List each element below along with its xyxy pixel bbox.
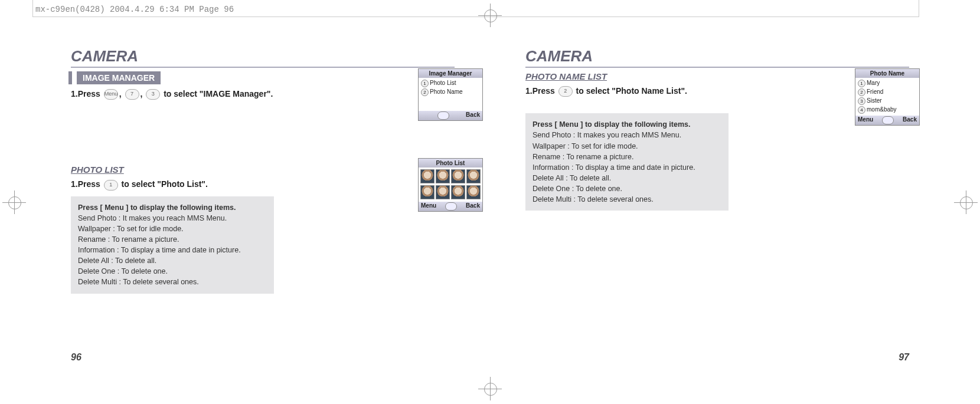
step-2-pre: 1.Press <box>71 179 100 189</box>
info-box-right: Press [ Menu ] to display the following … <box>525 113 729 211</box>
list-item: 4mom&baby <box>858 106 917 114</box>
info-line: Delete One : To delete one. <box>78 266 267 277</box>
section-bar: IMAGE MANAGER <box>71 71 161 84</box>
photo-thumbnail <box>436 169 450 183</box>
photo-thumbnail <box>466 185 481 199</box>
info-line: Delete All : To delete all. <box>78 255 267 266</box>
menu-key-icon: Menu <box>559 120 579 129</box>
key-7-icon: 7 <box>125 89 139 100</box>
list-label: Mary <box>867 80 880 86</box>
list-item: 1Photo List <box>421 79 480 88</box>
info-head-post: ] to display the following items. <box>580 120 690 129</box>
list-label: Sister <box>867 97 882 104</box>
list-index: 3 <box>858 97 865 105</box>
step-2-post: to select "Photo List". <box>122 179 208 189</box>
photo-thumbnail <box>466 169 481 183</box>
phone-screen-title: Photo List <box>419 159 482 167</box>
list-index: 2 <box>421 88 429 96</box>
info-head-pre: Press [ <box>533 120 557 129</box>
list-label: mom&baby <box>867 106 897 113</box>
info-line: Send Photo : It makes you reach MMS Menu… <box>533 130 721 140</box>
list-label: Friend <box>867 88 883 95</box>
info-line: Delete One : To delete one. <box>533 183 721 194</box>
header-info: mx-c99en(0428) 2004.4.29 6:34 PM Page 96 <box>35 5 234 14</box>
nav-icon <box>445 202 457 211</box>
info-box-head: Press [ Menu ] to display the following … <box>78 202 267 213</box>
list-index: 2 <box>858 88 865 96</box>
info-line: Send Photo : It makes you reach MMS Menu… <box>78 213 267 224</box>
step-1-pre: 1.Press <box>71 89 100 98</box>
photo-thumbnail <box>451 169 465 183</box>
step-1: 1.Press Menu, 7, 3 to select "IMAGE Mana… <box>71 89 455 100</box>
info-line: Wallpaper : To set for idle mode. <box>533 141 721 152</box>
info-box-left: Press [ Menu ] to display the following … <box>71 196 274 294</box>
photo-thumbnail <box>436 185 450 199</box>
softkey-left: Menu <box>421 202 436 211</box>
photo-thumbnail <box>420 185 435 199</box>
softkey-right: Back <box>903 116 917 124</box>
step-1-post: to select "Photo Name List". <box>576 86 687 96</box>
page-right: CAMERA PHOTO NAME LIST 1.Press 2 to sele… <box>490 41 927 363</box>
list-index: 4 <box>858 106 865 114</box>
info-box-head: Press [ Menu ] to display the following … <box>533 119 721 130</box>
list-index: 1 <box>858 80 865 87</box>
list-item: 2Friend <box>858 88 917 97</box>
sub-section-photo-list: PHOTO LIST <box>71 165 455 175</box>
info-line: Rename : To rename a picture. <box>533 152 721 162</box>
chapter-title: CAMERA <box>525 47 909 68</box>
sub-section-photo-name-list: PHOTO NAME LIST <box>525 71 909 81</box>
list-label: Photo Name <box>430 88 463 95</box>
menu-key-icon: Menu <box>104 89 118 100</box>
info-head-post: ] to display the following items. <box>126 203 236 212</box>
menu-key-icon: Menu <box>104 203 124 212</box>
chapter-title: CAMERA <box>71 47 455 68</box>
info-line: Delete All : To delete all. <box>533 173 721 183</box>
info-line: Information : To display a time and date… <box>533 162 721 173</box>
registration-mark-top <box>482 7 498 24</box>
info-line: Delete Multi : To delete several ones. <box>78 277 267 287</box>
info-line: Wallpaper : To set for idle mode. <box>78 224 267 234</box>
step-1: 1.Press 2 to select "Photo Name List". <box>525 86 909 97</box>
phone-screen-image-manager: Image Manager 1Photo List 2Photo Name Ba… <box>418 68 483 121</box>
softkey-right: Back <box>466 111 480 120</box>
registration-mark-right <box>958 194 974 211</box>
page-number: 97 <box>899 352 909 363</box>
key-2-icon: 2 <box>558 86 573 97</box>
sep: , <box>141 89 143 98</box>
phone-screen-photo-list: Photo List Menu Back <box>418 158 483 212</box>
registration-mark-bottom <box>482 380 498 397</box>
sep: , <box>119 89 122 98</box>
softkey-right: Back <box>466 202 480 211</box>
phone-screen-title: Image Manager <box>419 69 482 78</box>
photo-thumbnail <box>420 169 435 183</box>
phone-screen-title: Photo Name <box>855 69 919 78</box>
list-item: 2Photo Name <box>421 88 480 97</box>
info-line: Rename : To rename a picture. <box>78 234 267 245</box>
photo-thumbnail <box>451 185 465 199</box>
list-index: 1 <box>421 80 429 87</box>
step-1-pre: 1.Press <box>525 86 555 96</box>
key-1-icon: 1 <box>104 180 118 190</box>
step-1-post: to select "IMAGE Manager". <box>164 89 273 98</box>
list-label: Photo List <box>430 80 456 86</box>
step-2: 1.Press 1 to select "Photo List". <box>71 179 455 190</box>
registration-mark-left <box>6 194 22 211</box>
page-number: 96 <box>71 352 81 363</box>
list-item: 1Mary <box>858 79 917 88</box>
list-item: 3Sister <box>858 97 917 106</box>
phone-screen-photo-name: Photo Name 1Mary 2Friend 3Sister 4mom&ba… <box>855 68 920 126</box>
page-spread: CAMERA IMAGE MANAGER 1.Press Menu, 7, 3 … <box>53 41 927 363</box>
softkey-left: Menu <box>858 116 873 124</box>
nav-icon <box>437 111 449 120</box>
page-left: CAMERA IMAGE MANAGER 1.Press Menu, 7, 3 … <box>53 41 490 363</box>
info-head-pre: Press [ <box>78 203 103 212</box>
info-line: Delete Multi : To delete several ones. <box>533 194 721 205</box>
key-3-icon: 3 <box>146 89 160 100</box>
info-line: Information : To display a time and date… <box>78 245 267 255</box>
nav-icon <box>882 116 894 124</box>
